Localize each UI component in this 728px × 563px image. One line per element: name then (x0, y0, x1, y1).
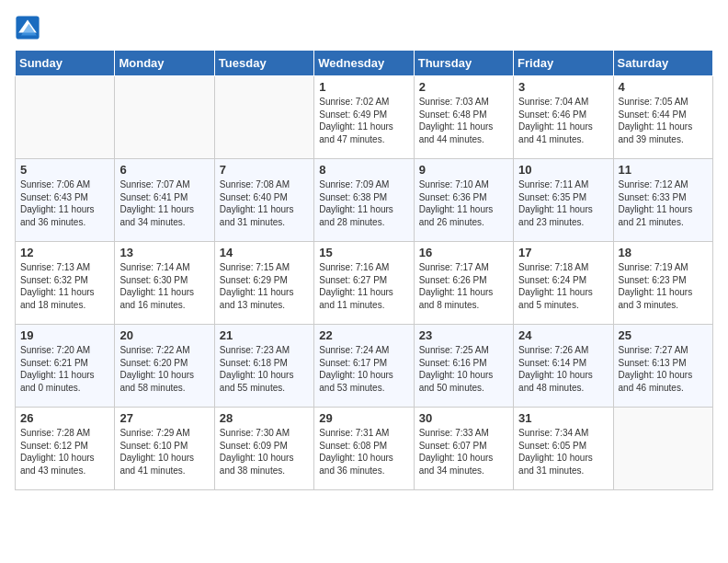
day-number: 22 (319, 328, 408, 342)
day-number: 1 (319, 80, 408, 94)
day-cell: 12Sunrise: 7:13 AM Sunset: 6:32 PM Dayli… (16, 242, 115, 325)
day-cell: 22Sunrise: 7:24 AM Sunset: 6:17 PM Dayli… (314, 325, 414, 408)
day-info: Sunrise: 7:23 AM Sunset: 6:18 PM Dayligh… (220, 344, 309, 394)
day-info: Sunrise: 7:19 AM Sunset: 6:23 PM Dayligh… (619, 261, 708, 311)
day-cell: 25Sunrise: 7:27 AM Sunset: 6:13 PM Dayli… (613, 325, 712, 408)
day-info: Sunrise: 7:02 AM Sunset: 6:49 PM Dayligh… (319, 96, 408, 145)
header-cell-wednesday: Wednesday (314, 51, 414, 76)
day-cell: 11Sunrise: 7:12 AM Sunset: 6:33 PM Dayli… (613, 159, 712, 242)
day-info: Sunrise: 7:06 AM Sunset: 6:43 PM Dayligh… (20, 178, 109, 228)
day-number: 31 (518, 411, 608, 425)
week-row-3: 12Sunrise: 7:13 AM Sunset: 6:32 PM Dayli… (16, 242, 713, 325)
day-number: 10 (518, 163, 608, 177)
day-cell: 24Sunrise: 7:26 AM Sunset: 6:14 PM Dayli… (514, 325, 613, 408)
page-header (15, 15, 713, 40)
day-info: Sunrise: 7:33 AM Sunset: 6:07 PM Dayligh… (419, 427, 508, 477)
day-info: Sunrise: 7:28 AM Sunset: 6:12 PM Dayligh… (20, 427, 109, 477)
day-number: 12 (20, 246, 109, 259)
day-number: 17 (518, 246, 608, 259)
header-cell-tuesday: Tuesday (214, 51, 313, 76)
header-cell-monday: Monday (115, 51, 214, 76)
day-info: Sunrise: 7:30 AM Sunset: 6:09 PM Dayligh… (220, 427, 309, 477)
day-info: Sunrise: 7:20 AM Sunset: 6:21 PM Dayligh… (20, 344, 109, 394)
day-number: 6 (119, 163, 209, 177)
day-info: Sunrise: 7:03 AM Sunset: 6:48 PM Dayligh… (419, 96, 508, 145)
day-info: Sunrise: 7:17 AM Sunset: 6:26 PM Dayligh… (419, 261, 508, 311)
day-info: Sunrise: 7:29 AM Sunset: 6:10 PM Dayligh… (119, 427, 209, 477)
logo (15, 15, 44, 40)
day-cell: 20Sunrise: 7:22 AM Sunset: 6:20 PM Dayli… (115, 325, 214, 408)
day-number: 7 (220, 163, 309, 177)
day-number: 28 (220, 411, 309, 425)
day-cell: 10Sunrise: 7:11 AM Sunset: 6:35 PM Dayli… (514, 159, 613, 242)
day-number: 26 (20, 411, 109, 425)
day-cell: 15Sunrise: 7:16 AM Sunset: 6:27 PM Dayli… (314, 242, 414, 325)
day-cell: 4Sunrise: 7:05 AM Sunset: 6:44 PM Daylig… (613, 76, 712, 159)
logo-icon (15, 15, 40, 40)
day-number: 23 (419, 328, 508, 342)
day-cell: 18Sunrise: 7:19 AM Sunset: 6:23 PM Dayli… (613, 242, 712, 325)
day-cell (613, 408, 712, 490)
day-info: Sunrise: 7:04 AM Sunset: 6:46 PM Dayligh… (518, 96, 608, 145)
day-number: 25 (619, 328, 708, 342)
day-number: 29 (319, 411, 408, 425)
day-cell: 16Sunrise: 7:17 AM Sunset: 6:26 PM Dayli… (414, 242, 513, 325)
day-info: Sunrise: 7:22 AM Sunset: 6:20 PM Dayligh… (119, 344, 209, 394)
week-row-1: 1Sunrise: 7:02 AM Sunset: 6:49 PM Daylig… (16, 76, 713, 159)
day-info: Sunrise: 7:26 AM Sunset: 6:14 PM Dayligh… (518, 344, 608, 394)
day-number: 5 (20, 163, 109, 177)
day-cell: 14Sunrise: 7:15 AM Sunset: 6:29 PM Dayli… (214, 242, 313, 325)
day-number: 2 (419, 80, 508, 94)
day-info: Sunrise: 7:18 AM Sunset: 6:24 PM Dayligh… (518, 261, 608, 311)
day-cell: 26Sunrise: 7:28 AM Sunset: 6:12 PM Dayli… (16, 408, 115, 490)
day-number: 24 (518, 328, 608, 342)
day-cell: 19Sunrise: 7:20 AM Sunset: 6:21 PM Dayli… (16, 325, 115, 408)
day-number: 11 (619, 163, 708, 177)
day-cell: 13Sunrise: 7:14 AM Sunset: 6:30 PM Dayli… (115, 242, 214, 325)
day-info: Sunrise: 7:11 AM Sunset: 6:35 PM Dayligh… (518, 178, 608, 228)
day-info: Sunrise: 7:34 AM Sunset: 6:05 PM Dayligh… (518, 427, 608, 477)
day-info: Sunrise: 7:15 AM Sunset: 6:29 PM Dayligh… (220, 261, 309, 311)
day-cell: 2Sunrise: 7:03 AM Sunset: 6:48 PM Daylig… (414, 76, 513, 159)
day-cell (16, 76, 115, 159)
day-cell: 27Sunrise: 7:29 AM Sunset: 6:10 PM Dayli… (115, 408, 214, 490)
day-number: 27 (119, 411, 209, 425)
day-cell: 31Sunrise: 7:34 AM Sunset: 6:05 PM Dayli… (514, 408, 613, 490)
day-number: 19 (20, 328, 109, 342)
day-number: 15 (319, 246, 408, 259)
day-number: 16 (419, 246, 508, 259)
day-cell: 6Sunrise: 7:07 AM Sunset: 6:41 PM Daylig… (115, 159, 214, 242)
day-cell: 29Sunrise: 7:31 AM Sunset: 6:08 PM Dayli… (314, 408, 414, 490)
calendar-table: SundayMondayTuesdayWednesdayThursdayFrid… (15, 50, 713, 490)
day-number: 3 (518, 80, 608, 94)
day-info: Sunrise: 7:09 AM Sunset: 6:38 PM Dayligh… (319, 178, 408, 228)
header-cell-friday: Friday (514, 51, 613, 76)
day-info: Sunrise: 7:10 AM Sunset: 6:36 PM Dayligh… (419, 178, 508, 228)
header-cell-saturday: Saturday (613, 51, 712, 76)
day-number: 20 (119, 328, 209, 342)
day-number: 18 (619, 246, 708, 259)
day-info: Sunrise: 7:24 AM Sunset: 6:17 PM Dayligh… (319, 344, 408, 394)
day-number: 8 (319, 163, 408, 177)
day-cell: 9Sunrise: 7:10 AM Sunset: 6:36 PM Daylig… (414, 159, 513, 242)
day-number: 14 (220, 246, 309, 259)
day-info: Sunrise: 7:12 AM Sunset: 6:33 PM Dayligh… (619, 178, 708, 228)
day-cell: 23Sunrise: 7:25 AM Sunset: 6:16 PM Dayli… (414, 325, 513, 408)
week-row-4: 19Sunrise: 7:20 AM Sunset: 6:21 PM Dayli… (16, 325, 713, 408)
day-cell: 30Sunrise: 7:33 AM Sunset: 6:07 PM Dayli… (414, 408, 513, 490)
day-cell: 28Sunrise: 7:30 AM Sunset: 6:09 PM Dayli… (214, 408, 313, 490)
calendar-header: SundayMondayTuesdayWednesdayThursdayFrid… (16, 51, 713, 76)
header-row: SundayMondayTuesdayWednesdayThursdayFrid… (16, 51, 713, 76)
day-number: 4 (619, 80, 708, 94)
day-info: Sunrise: 7:31 AM Sunset: 6:08 PM Dayligh… (319, 427, 408, 477)
day-info: Sunrise: 7:27 AM Sunset: 6:13 PM Dayligh… (619, 344, 708, 394)
day-info: Sunrise: 7:05 AM Sunset: 6:44 PM Dayligh… (619, 96, 708, 145)
day-number: 9 (419, 163, 508, 177)
week-row-2: 5Sunrise: 7:06 AM Sunset: 6:43 PM Daylig… (16, 159, 713, 242)
day-cell (214, 76, 313, 159)
day-info: Sunrise: 7:25 AM Sunset: 6:16 PM Dayligh… (419, 344, 508, 394)
day-cell: 7Sunrise: 7:08 AM Sunset: 6:40 PM Daylig… (214, 159, 313, 242)
week-row-5: 26Sunrise: 7:28 AM Sunset: 6:12 PM Dayli… (16, 408, 713, 490)
day-info: Sunrise: 7:14 AM Sunset: 6:30 PM Dayligh… (119, 261, 209, 311)
day-number: 30 (419, 411, 508, 425)
